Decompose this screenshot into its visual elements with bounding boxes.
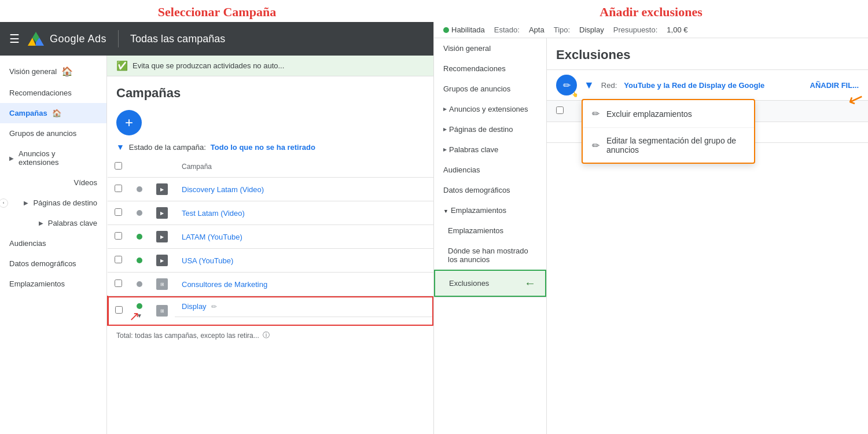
video-icon: ▶	[156, 231, 168, 242]
sidebar-item-audiencias[interactable]: Audiencias	[0, 233, 106, 253]
sidebar-label: Grupos de anuncios	[9, 129, 76, 138]
row-checkbox[interactable]	[115, 208, 122, 216]
red-arrow-annotation: ↗	[129, 309, 139, 324]
rsidebar-emplazamientos-section[interactable]: ▼Emplazamientos	[434, 200, 546, 220]
filter-funnel-icon[interactable]: ▼	[584, 79, 594, 91]
left-sidebar: Visión general 🏠 Recomendaciones Campaña…	[0, 56, 107, 434]
table-footer: Total: todas las campañas, excepto las r…	[107, 326, 433, 345]
rsidebar-paginas[interactable]: ▶ Páginas de destino	[434, 119, 546, 139]
add-campaign-button[interactable]: +	[116, 110, 142, 135]
pencil-icon: ✏	[592, 140, 599, 151]
sidebar-item-paginas[interactable]: ▶ Páginas de destino ‹	[0, 193, 106, 213]
video-icon: ▶	[156, 183, 168, 195]
home-icon: 🏠	[61, 66, 73, 77]
row-checkbox[interactable]	[115, 279, 122, 287]
rsidebar-grupos[interactable]: Grupos de anuncios	[434, 79, 546, 99]
rsidebar-recomendaciones[interactable]: Recomendaciones	[434, 58, 546, 79]
table-row: ▶ Discovery Latam (Video)	[108, 178, 433, 201]
campaign-link[interactable]: Discovery Latam (Video)	[182, 185, 264, 194]
highlighted-row[interactable]: ▼ ⊞ Display ✏ ↗	[108, 296, 433, 326]
sidebar-item-campanas[interactable]: Campañas 🏠	[0, 103, 106, 123]
sidebar-item-palabras[interactable]: ▶ Palabras clave	[0, 213, 106, 233]
table-row: ▶ Test Latam (Video)	[108, 201, 433, 225]
edit-pencil-icon[interactable]: ✏	[211, 303, 217, 311]
sidebar-label: Anuncios y extensiones	[19, 149, 97, 167]
rsidebar-anuncios[interactable]: ▶ Anuncios y extensiones	[434, 99, 546, 119]
rsidebar-vision[interactable]: Visión general	[434, 38, 546, 58]
campaign-link[interactable]: Consultores de Marketing	[182, 280, 267, 289]
header-divider	[118, 30, 119, 47]
right-main: Exclusiones ✏ 👆 ▼ Red: YouTube y la Red …	[547, 38, 868, 434]
status-dot	[137, 303, 142, 309]
table-row: ▶ LATAM (YouTube)	[108, 225, 433, 249]
sidebar-label: Campañas	[9, 109, 47, 117]
network-label: Red:	[601, 81, 617, 90]
rsidebar-audiencias[interactable]: Audiencias	[434, 160, 546, 180]
exclude-placements-item[interactable]: ✏ Excluir emplazamientos	[583, 100, 754, 128]
table-row: ⊞ Consultores de Marketing	[108, 273, 433, 296]
hamburger-icon[interactable]: ☰	[9, 32, 20, 46]
status-enabled: Habilitada	[443, 25, 485, 34]
rsidebar-exclusiones[interactable]: Exclusiones ←	[434, 270, 546, 297]
sidebar-label: Recomendaciones	[9, 89, 72, 97]
campaign-link[interactable]: LATAM (YouTube)	[182, 233, 242, 241]
right-sidebar: Visión general Recomendaciones Grupos de…	[434, 38, 547, 434]
exclusions-dropdown: ✏ Excluir emplazamientos ✏ Editar la seg…	[582, 99, 755, 164]
pencil-icon: ✏	[592, 108, 599, 119]
google-ads-text: Google Ads	[50, 33, 106, 45]
tipo-value: Display	[579, 25, 604, 34]
notification-bar: ✅ Evita que se produzcan actividades no …	[107, 56, 433, 76]
exclude-placements-label: Excluir emplazamientos	[606, 109, 692, 119]
chevron-right-icon: ▶	[443, 127, 447, 132]
status-dot	[137, 281, 142, 287]
chevron-right-icon: ▶	[39, 220, 43, 226]
sidebar-item-vision[interactable]: Visión general 🏠	[0, 60, 106, 83]
edit-segmentation-item[interactable]: ✏ Editar la segmentación del grupo de an…	[583, 128, 754, 163]
rsidebar-datos[interactable]: Datos demográficos	[434, 180, 546, 200]
chevron-right-icon: ▶	[24, 200, 28, 206]
display-icon: ⊞	[156, 305, 168, 317]
sidebar-label: Audiencias	[9, 239, 46, 248]
campaign-link[interactable]: USA (YouTube)	[182, 256, 233, 265]
sidebar-item-datos[interactable]: Datos demográficos	[0, 253, 106, 274]
exclusions-header: Exclusiones	[547, 38, 868, 70]
campaign-col-header: Campaña	[175, 156, 433, 178]
sidebar-item-emplazamientos[interactable]: Emplazamientos	[0, 274, 106, 294]
green-dot-icon	[443, 27, 449, 33]
sidebar-item-recomendaciones[interactable]: Recomendaciones	[0, 83, 106, 103]
display-icon: ⊞	[156, 278, 168, 290]
table-row: ▶ USA (YouTube)	[108, 249, 433, 273]
right-section-label: Añadir exclusiones	[434, 5, 868, 20]
campaign-link[interactable]: Display	[182, 302, 207, 311]
sidebar-item-grupos[interactable]: Grupos de anuncios	[0, 123, 106, 144]
sidebar-item-anuncios[interactable]: ▶ Anuncios y extensiones	[0, 144, 106, 172]
edit-pencil-button[interactable]: ✏ 👆	[556, 75, 577, 95]
exclusions-select-all[interactable]	[556, 106, 564, 114]
habilitada-label: Habilitada	[451, 25, 485, 34]
sidebar-label: Vídeos	[74, 178, 97, 187]
estado-value: Apta	[529, 25, 545, 34]
status-dot	[137, 210, 142, 216]
google-ads-logo: Google Ads	[27, 30, 106, 48]
row-checkbox[interactable]	[115, 185, 122, 192]
rsidebar-palabras[interactable]: ▶ Palabras clave	[434, 139, 546, 160]
row-checkbox[interactable]	[115, 256, 122, 263]
sidebar-item-videos[interactable]: ▶ Vídeos	[0, 172, 106, 193]
left-section-label: Seleccionar Campaña	[0, 5, 434, 20]
row-checkbox[interactable]	[115, 306, 123, 314]
google-logo-triangle	[27, 30, 45, 48]
video-icon: ▶	[156, 207, 168, 219]
rsidebar-donde[interactable]: Dónde se han mostrado los anuncios	[434, 241, 546, 270]
footer-text: Total: todas las campañas, excepto las r…	[116, 332, 259, 340]
estado-label: Estado:	[494, 25, 520, 34]
campaign-link[interactable]: Test Latam (Video)	[182, 209, 245, 218]
select-all-checkbox[interactable]	[115, 162, 122, 170]
sidebar-label: Páginas de destino	[33, 198, 97, 207]
video-icon: ▶	[156, 255, 168, 266]
sidebar-label: Visión general	[9, 67, 57, 76]
presupuesto-label: Presupuesto:	[613, 25, 658, 34]
exclusions-toolbar: ✏ 👆 ▼ Red: YouTube y la Red de Display d…	[547, 70, 868, 101]
rsidebar-emplazamientos-sub[interactable]: Emplazamientos	[434, 220, 546, 241]
row-checkbox[interactable]	[115, 232, 122, 240]
expand-left-btn[interactable]: ‹	[0, 198, 8, 208]
